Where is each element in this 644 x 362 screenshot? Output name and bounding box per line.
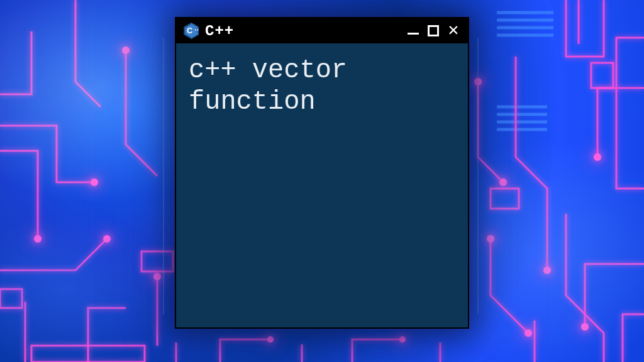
close-button[interactable]: ✕ xyxy=(447,24,460,38)
titlebar[interactable]: C + + C++ ✕ xyxy=(176,18,468,43)
svg-point-12 xyxy=(153,273,161,280)
svg-rect-25 xyxy=(591,63,613,88)
maximize-button[interactable] xyxy=(426,24,440,38)
svg-point-20 xyxy=(267,336,274,343)
svg-point-11 xyxy=(103,235,111,243)
svg-point-14 xyxy=(543,266,551,274)
svg-point-15 xyxy=(487,235,494,243)
svg-point-9 xyxy=(91,178,98,186)
svg-text:+: + xyxy=(194,28,196,31)
maximize-icon xyxy=(428,25,439,36)
terminal-body[interactable]: c++ vector function xyxy=(176,43,468,129)
close-icon: ✕ xyxy=(448,25,459,36)
svg-text:+: + xyxy=(197,28,199,31)
minimize-icon xyxy=(408,33,419,35)
terminal-window: C + + C++ ✕ c++ vector function xyxy=(175,17,469,329)
svg-text:C: C xyxy=(187,26,192,35)
minimize-button[interactable] xyxy=(406,24,420,38)
svg-point-21 xyxy=(399,336,406,343)
svg-rect-24 xyxy=(491,189,519,209)
window-controls: ✕ xyxy=(406,24,460,38)
svg-point-8 xyxy=(122,47,130,54)
svg-rect-22 xyxy=(0,289,22,308)
cpp-logo-icon: C + + xyxy=(182,22,200,40)
svg-point-16 xyxy=(594,153,601,161)
svg-point-18 xyxy=(499,178,507,186)
window-title: C++ xyxy=(205,23,401,40)
svg-point-17 xyxy=(581,323,589,331)
svg-point-10 xyxy=(34,235,42,243)
svg-point-19 xyxy=(525,329,532,337)
svg-rect-23 xyxy=(142,251,173,272)
